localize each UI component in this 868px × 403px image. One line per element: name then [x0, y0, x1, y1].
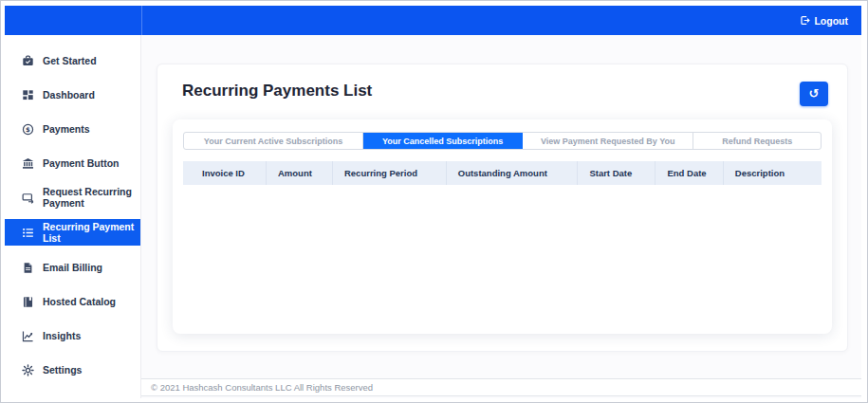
main-content: Recurring Payments List ↺ Your Current A… — [141, 35, 861, 398]
page-title: Recurring Payments List — [182, 82, 372, 101]
sidebar: Get Started Dashboard — [5, 35, 141, 398]
dollar-circle-icon: $ — [21, 123, 34, 136]
subscriptions-panel: Your Current Active Subscriptions Your C… — [173, 119, 832, 334]
refresh-history-button[interactable]: ↺ — [800, 82, 828, 106]
sidebar-item-dashboard[interactable]: Dashboard — [5, 78, 140, 112]
empty-table-body — [183, 185, 822, 321]
column-outstanding-amount: Outstanding Amount — [446, 161, 578, 185]
logout-button[interactable]: Logout — [794, 14, 854, 27]
app-window: Logout Get Started — [0, 0, 868, 403]
sidebar-item-request-recurring-payment[interactable]: Request Recurring Payment — [5, 180, 140, 214]
sidebar-item-label: Settings — [43, 364, 82, 376]
catalog-icon — [21, 296, 34, 308]
list-icon — [21, 227, 34, 239]
subscription-tabs: Your Current Active Subscriptions Your C… — [183, 132, 822, 150]
tab-cancelled-subscriptions[interactable]: Your Cancelled Subscriptions — [363, 133, 523, 149]
history-icon: ↺ — [809, 87, 820, 100]
footer: © 2021 Hashcash Consultants LLC All Righ… — [141, 378, 861, 396]
sidebar-item-recurring-payment-list[interactable]: Recurring Payment List — [5, 219, 140, 246]
briefcase-check-icon — [21, 55, 34, 67]
logout-label: Logout — [814, 15, 848, 27]
bank-icon — [21, 157, 34, 170]
logout-icon — [800, 15, 810, 26]
sidebar-item-get-started[interactable]: Get Started — [5, 44, 140, 78]
gear-icon — [21, 364, 34, 376]
sidebar-item-label: Payment Button — [43, 157, 120, 169]
document-icon — [21, 262, 34, 274]
grid-icon — [21, 89, 34, 101]
column-description: Description — [723, 161, 822, 185]
tab-refund-requests[interactable]: Refund Requests — [693, 133, 821, 149]
sidebar-item-label: Insights — [43, 330, 81, 341]
sidebar-item-label: Email Billing — [43, 262, 102, 273]
column-start-date: Start Date — [578, 161, 656, 185]
sidebar-item-insights[interactable]: Insights — [5, 319, 140, 353]
column-end-date: End Date — [656, 161, 723, 185]
sidebar-item-label: Payments — [43, 123, 90, 135]
sidebar-item-label: Dashboard — [43, 89, 95, 101]
column-invoice-id: Invoice ID — [183, 161, 266, 185]
sidebar-item-settings[interactable]: Settings — [5, 353, 140, 387]
sidebar-item-label: Hosted Catalog — [43, 296, 116, 307]
sidebar-item-label: Get Started — [43, 55, 97, 66]
sidebar-item-hosted-catalog[interactable]: Hosted Catalog — [5, 284, 140, 319]
column-amount: Amount — [266, 161, 332, 185]
tab-current-active-subscriptions[interactable]: Your Current Active Subscriptions — [184, 133, 363, 149]
subscriptions-table: Invoice ID Amount Recurring Period Outst… — [183, 161, 822, 185]
card-request-icon — [21, 192, 34, 204]
table-header-row: Invoice ID Amount Recurring Period Outst… — [183, 161, 822, 185]
chart-line-icon — [21, 330, 34, 342]
recurring-payments-card: Recurring Payments List ↺ Your Current A… — [157, 64, 848, 352]
sidebar-item-label: Request Recurring Payment — [43, 186, 135, 209]
copyright-text: © 2021 Hashcash Consultants LLC All Righ… — [151, 382, 373, 393]
sidebar-item-label: Recurring Payment List — [43, 221, 135, 244]
sidebar-item-payment-button[interactable]: Payment Button — [5, 146, 140, 180]
top-bar: Logout — [5, 6, 861, 35]
sidebar-item-payments[interactable]: $ Payments — [5, 112, 140, 146]
sidebar-item-email-billing[interactable]: Email Billing — [5, 250, 140, 284]
tab-view-payment-requested[interactable]: View Payment Requested By You — [523, 133, 693, 149]
svg-text:$: $ — [26, 125, 30, 133]
column-recurring-period: Recurring Period — [332, 161, 446, 185]
